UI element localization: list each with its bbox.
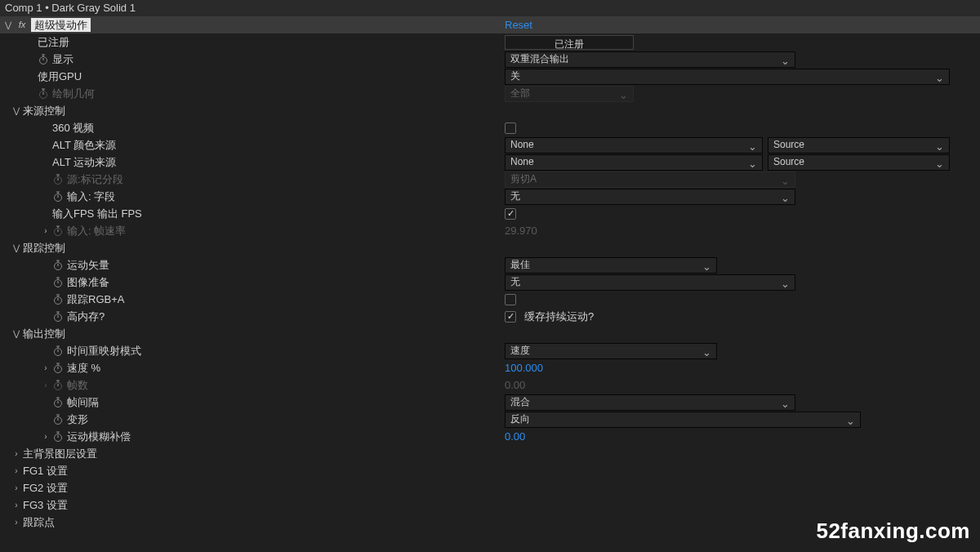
deform-label: 变形	[67, 411, 88, 428]
draw-geom-dropdown: 全部	[505, 86, 634, 102]
stopwatch-icon[interactable]	[52, 260, 64, 271]
output-control-twirl[interactable]	[11, 325, 21, 342]
track-points-twirl[interactable]	[11, 514, 21, 531]
stopwatch-icon[interactable]	[52, 363, 64, 374]
frame-count-twirl[interactable]	[41, 376, 51, 394]
stopwatch-icon[interactable]	[52, 414, 64, 425]
fg3-label: FG3 设置	[23, 496, 68, 514]
time-remap-dropdown[interactable]: 速度	[505, 343, 717, 359]
track-control-label: 跟踪控制	[23, 239, 65, 256]
alt-motion-dropdown-1[interactable]: None	[505, 154, 763, 171]
mark-segment-label: 源:标记分段	[67, 171, 123, 188]
display-label: 显示	[52, 51, 74, 68]
motion-blur-label: 运动模糊补偿	[67, 428, 131, 445]
watermark: 52fanxing.com	[816, 519, 970, 544]
motion-blur-value[interactable]: 0.00	[505, 428, 525, 445]
deform-dropdown[interactable]: 反向	[505, 412, 861, 428]
high-mem-checkbox[interactable]	[505, 311, 516, 323]
draw-geom-label: 绘制几何	[52, 85, 95, 102]
display-dropdown[interactable]: 双重混合输出	[505, 51, 795, 68]
registered-input[interactable]: 已注册	[505, 35, 634, 50]
high-mem-label: 高内存?	[67, 308, 105, 325]
registered-label: 已注册	[38, 33, 69, 51]
time-remap-label: 时间重映射模式	[67, 342, 141, 359]
track-points-label: 跟踪点	[23, 514, 55, 531]
stopwatch-icon[interactable]	[52, 397, 64, 408]
stopwatch-icon[interactable]	[52, 311, 64, 323]
frame-gap-dropdown[interactable]: 混合	[505, 394, 795, 411]
fx-icon[interactable]: fx	[15, 20, 29, 31]
motion-blur-twirl[interactable]	[41, 428, 51, 445]
mark-segment-dropdown: 剪切A	[505, 171, 795, 188]
alt-color-label: ALT 颜色来源	[52, 136, 116, 154]
stopwatch-icon[interactable]	[52, 277, 64, 288]
reset-link[interactable]: Reset	[505, 19, 532, 31]
fps-io-checkbox[interactable]	[505, 208, 516, 220]
input-framerate-label: 输入: 帧速率	[67, 222, 126, 239]
stopwatch-icon	[38, 88, 49, 100]
stopwatch-icon[interactable]	[52, 294, 64, 305]
alt-color-dropdown-1[interactable]: None	[505, 137, 763, 154]
frame-gap-label: 帧间隔	[67, 394, 99, 411]
fg1-twirl[interactable]	[11, 462, 21, 479]
output-control-label: 输出控制	[23, 325, 65, 342]
alt-color-dropdown-2[interactable]: Source	[768, 137, 950, 154]
video360-checkbox[interactable]	[505, 122, 516, 134]
stopwatch-icon	[52, 174, 64, 185]
fg2-label: FG2 设置	[23, 479, 68, 496]
titlebar: Comp 1 • Dark Gray Solid 1	[0, 0, 980, 16]
effect-header-row: fx 超级慢动作 Reset	[0, 16, 980, 33]
alt-motion-label: ALT 运动来源	[52, 154, 116, 171]
use-gpu-label: 使用GPU	[38, 68, 82, 85]
video360-label: 360 视频	[52, 119, 94, 136]
bg-layer-twirl[interactable]	[11, 445, 21, 462]
input-framerate-value: 29.970	[505, 222, 537, 239]
alt-motion-dropdown-2[interactable]: Source	[768, 154, 950, 171]
stopwatch-icon[interactable]	[38, 54, 49, 65]
fg2-twirl[interactable]	[11, 479, 21, 496]
effect-name[interactable]: 超级慢动作	[31, 18, 91, 32]
motion-vector-label: 运动矢量	[67, 256, 109, 274]
speed-pct-twirl[interactable]	[41, 359, 51, 376]
fps-io-label: 输入FPS 输出 FPS	[52, 205, 142, 222]
motion-vector-dropdown[interactable]: 最佳	[505, 257, 717, 274]
track-rgba-checkbox[interactable]	[505, 294, 516, 305]
frame-count-value: 0.00	[505, 376, 525, 394]
source-control-twirl[interactable]	[11, 102, 21, 119]
fg3-twirl[interactable]	[11, 496, 21, 514]
effect-twirl[interactable]	[3, 20, 13, 29]
bg-layer-label: 主背景图层设置	[23, 445, 97, 462]
image-prep-dropdown[interactable]: 无	[505, 274, 795, 291]
track-control-twirl[interactable]	[11, 239, 21, 256]
image-prep-label: 图像准备	[67, 274, 109, 291]
input-field-dropdown[interactable]: 无	[505, 189, 795, 205]
stopwatch-icon	[52, 380, 64, 391]
track-rgba-label: 跟踪RGB+A	[67, 291, 124, 308]
stopwatch-icon	[52, 225, 64, 237]
stopwatch-icon[interactable]	[52, 431, 64, 443]
speed-pct-value[interactable]: 100.000	[505, 359, 543, 376]
source-control-label: 来源控制	[23, 102, 65, 119]
fg1-label: FG1 设置	[23, 462, 68, 479]
use-gpu-dropdown[interactable]: 关	[505, 69, 950, 85]
speed-pct-label: 速度 %	[67, 359, 100, 376]
stopwatch-icon[interactable]	[52, 191, 64, 203]
stopwatch-icon[interactable]	[52, 345, 64, 357]
input-field-label: 输入: 字段	[67, 188, 115, 205]
frame-count-label: 帧数	[67, 376, 88, 394]
input-framerate-twirl[interactable]	[41, 222, 51, 239]
cache-motion-label: 缓存持续运动?	[524, 308, 594, 325]
